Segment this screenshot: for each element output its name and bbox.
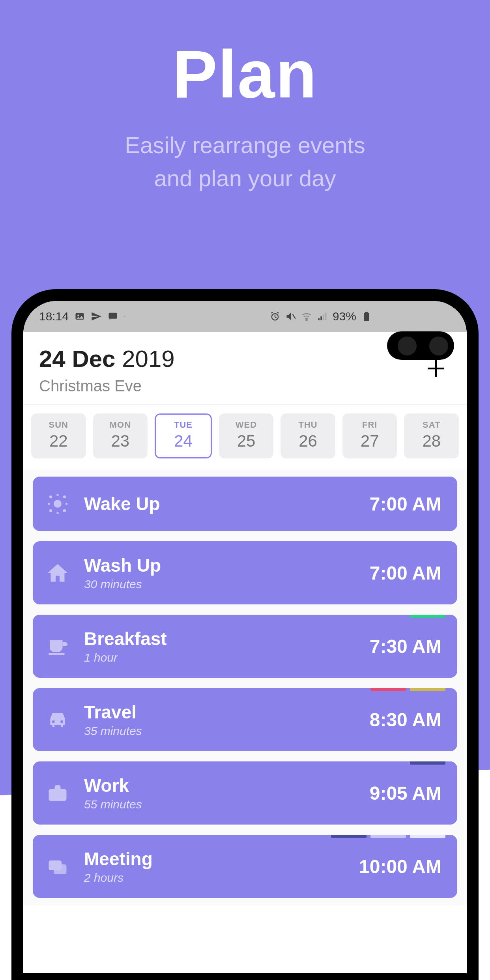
header-holiday: Christmas Eve [39,377,425,395]
sun-icon [44,490,71,518]
event-duration: 1 hour [84,651,370,664]
svg-point-15 [63,509,66,512]
event-duration: 55 minutes [84,798,370,811]
svg-point-4 [306,320,307,321]
event-title: Wash Up [84,555,370,576]
day-cell-tue[interactable]: TUE24 [155,413,212,458]
promo-hero: Plan Easily rearrange events and plan yo… [0,0,490,195]
day-number: 27 [342,432,397,451]
event-time: 9:05 AM [370,782,441,804]
day-of-week: FRI [342,420,397,430]
day-cell-fri[interactable]: FRI27 [342,413,397,458]
event-time: 7:30 AM [370,636,441,657]
day-number: 26 [281,432,335,451]
event-card[interactable]: Wake Up7:00 AM [33,477,457,531]
svg-rect-19 [49,789,67,801]
event-tags [410,615,445,618]
phone-screen: 18:14 · 93% 24 Dec 2019 Chr [23,301,467,973]
day-cell-wed[interactable]: WED25 [219,413,274,458]
event-card[interactable]: Wash Up30 minutes7:00 AM [33,541,457,604]
event-card[interactable]: Travel35 minutes8:30 AM [33,688,457,751]
svg-point-11 [54,500,62,508]
day-of-week: MON [93,420,148,430]
status-bar: 18:14 · 93% [23,301,467,332]
day-number: 25 [219,432,274,451]
briefcase-icon [44,779,71,807]
alarm-icon [269,311,281,322]
event-title: Wake Up [84,493,370,514]
day-of-week: THU [281,420,335,430]
svg-rect-8 [325,313,327,320]
day-number: 22 [31,432,86,451]
event-tag [331,835,367,838]
phone-frame: 18:14 · 93% 24 Dec 2019 Chr [12,290,478,980]
event-tags [370,688,445,691]
day-of-week: TUE [156,420,211,430]
week-selector: SUN22MON23TUE24WED25THU26FRI27SAT28 [23,405,467,469]
day-of-week: SAT [404,420,459,430]
mute-icon [285,311,296,322]
svg-point-14 [49,509,52,512]
event-title: Meeting [84,848,359,870]
car-icon [44,706,71,733]
svg-point-12 [49,496,52,499]
status-battery: 93% [333,310,356,323]
day-of-week: SUN [31,420,86,430]
send-icon [91,311,102,322]
status-dot: · [124,312,126,321]
event-tag [410,615,445,618]
svg-rect-6 [320,316,322,320]
svg-rect-7 [323,314,324,320]
event-time: 8:30 AM [370,709,441,731]
svg-rect-16 [49,653,65,655]
event-tag [370,835,406,838]
svg-point-1 [77,314,79,316]
signal-icon [317,311,328,322]
event-duration: 30 minutes [84,578,370,591]
svg-point-13 [63,496,66,499]
svg-point-17 [52,720,55,723]
chat-icon [107,311,118,322]
home-icon [44,559,71,587]
cup-icon [44,632,71,660]
svg-rect-21 [54,864,67,874]
day-of-week: WED [219,420,274,430]
event-card[interactable]: Work55 minutes9:05 AM [33,761,457,825]
event-card[interactable]: Meeting2 hours10:00 AM [33,835,457,898]
day-number: 24 [156,432,211,451]
day-number: 28 [404,432,459,451]
event-card[interactable]: Breakfast1 hour7:30 AM [33,615,457,678]
day-cell-thu[interactable]: THU26 [281,413,335,458]
event-tag [410,761,445,765]
hero-title: Plan [0,36,490,113]
event-title: Breakfast [84,628,370,649]
camera-cutout [429,337,448,355]
event-title: Travel [84,701,370,723]
wifi-icon [301,311,312,322]
day-number: 23 [93,432,148,451]
status-time: 18:14 [39,310,69,323]
event-duration: 35 minutes [84,724,370,738]
day-cell-mon[interactable]: MON23 [93,413,148,458]
chat-icon [44,853,71,880]
event-time: 7:00 AM [370,562,441,584]
event-title: Work [84,775,370,796]
svg-rect-2 [109,313,117,319]
day-cell-sun[interactable]: SUN22 [31,413,86,458]
event-tags [410,761,445,765]
battery-icon [361,311,372,322]
event-tag [370,688,406,691]
event-tag [410,835,445,838]
event-tag [410,688,445,691]
event-duration: 2 hours [84,871,359,885]
event-list[interactable]: Wake Up7:00 AMWash Up30 minutes7:00 AMBr… [23,469,467,905]
event-time: 7:00 AM [370,493,441,515]
svg-rect-10 [365,312,368,313]
hero-subtitle: Easily rearrange events and plan your da… [0,129,490,195]
event-tags [331,835,445,838]
svg-rect-5 [318,318,320,320]
camera-cutout [398,337,417,355]
event-time: 10:00 AM [359,856,441,877]
svg-rect-9 [364,313,369,321]
day-cell-sat[interactable]: SAT28 [404,413,459,458]
